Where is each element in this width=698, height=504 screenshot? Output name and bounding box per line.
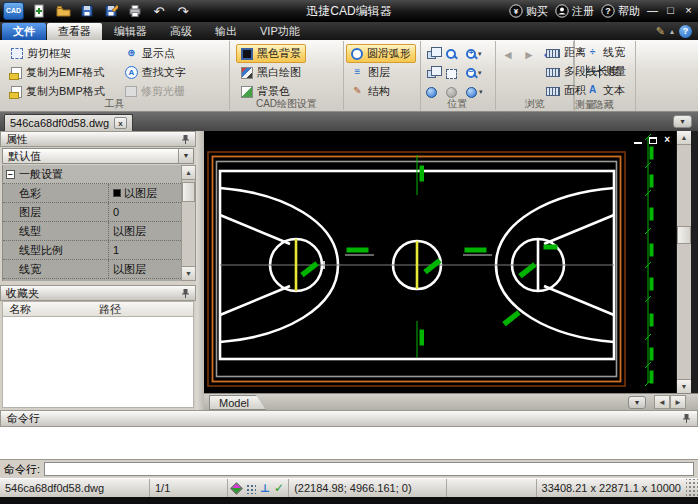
help-button[interactable]: ? 帮助	[599, 4, 642, 19]
mdi-restore-icon[interactable]	[649, 137, 657, 144]
favorites-list[interactable]	[2, 317, 194, 408]
redo-button[interactable]: ↷	[172, 2, 194, 20]
register-button[interactable]: 注册	[553, 4, 596, 19]
osnap-toggle-icon[interactable]: ✓	[274, 481, 284, 495]
menu-tab-editor[interactable]: 编辑器	[103, 23, 158, 40]
scroll-down-icon[interactable]: ▼	[677, 379, 691, 393]
property-row-layer: 图层 0	[3, 203, 181, 222]
property-grid-scrollbar[interactable]: ▲ ▼	[181, 165, 196, 281]
app-logo-icon[interactable]: CAD	[3, 2, 24, 20]
open-file-button[interactable]	[52, 2, 74, 20]
property-value-layer[interactable]: 0	[109, 203, 181, 221]
find-text-button[interactable]: A查找文字	[120, 63, 191, 82]
property-value-linetype[interactable]: 以图层	[109, 222, 181, 240]
maximize-button[interactable]: □	[663, 3, 678, 19]
layers-button[interactable]: ≡图层	[346, 63, 416, 82]
zoom-in-button[interactable]: +▾	[466, 44, 486, 63]
favorites-pin-icon[interactable]	[181, 288, 190, 299]
document-tab-close-icon[interactable]: x	[114, 117, 127, 129]
undo-button[interactable]: ↶	[148, 2, 170, 20]
ribbon-group-position: +▾ −▾ ▾ 位置	[420, 41, 496, 110]
scroll-left-icon[interactable]: ◄	[654, 395, 670, 409]
grid-scroll-thumb[interactable]	[182, 182, 195, 202]
buy-button[interactable]: ¥ 购买	[507, 4, 550, 19]
scroll-right-icon[interactable]: ►	[670, 395, 686, 409]
smooth-arc-button[interactable]: 圆滑弧形	[346, 44, 416, 63]
property-value-color[interactable]: 以图层	[109, 184, 181, 202]
cad-canvas[interactable]	[204, 131, 676, 393]
new-file-icon	[32, 4, 46, 18]
command-input[interactable]	[44, 462, 694, 476]
menu-tab-file[interactable]: 文件	[2, 23, 46, 40]
menu-tab-viewer[interactable]: 查看器	[47, 23, 102, 40]
status-dimensions: 33408.21 x 22871.1 x 10000	[537, 479, 686, 497]
panel-splitter[interactable]	[196, 131, 204, 410]
find-text-icon: A	[125, 66, 138, 79]
ribbon-help-icon[interactable]: ?	[679, 25, 692, 38]
copy-view-button[interactable]	[426, 63, 446, 82]
mdi-window-controls: ×	[634, 135, 670, 145]
pin-icon[interactable]	[181, 134, 190, 145]
preset-dropdown-arrow-icon: ▼	[178, 149, 193, 163]
area-button[interactable]: 面积	[541, 81, 635, 100]
mdi-minimize-icon[interactable]	[634, 142, 642, 144]
minimize-button[interactable]: —	[645, 3, 660, 19]
document-tab[interactable]: 546ca68df0d58.dwg x	[4, 114, 133, 131]
register-label: 注册	[572, 4, 594, 19]
annotate-pencil-icon[interactable]: ✎	[656, 25, 665, 38]
menu-tab-vip[interactable]: VIP功能	[249, 23, 311, 40]
layout-chevron-button[interactable]: ▾	[628, 396, 646, 409]
copy-emf-button[interactable]: 复制为EMF格式	[6, 63, 110, 82]
status-coordinates: (22184.98; 4966.161; 0)	[289, 479, 447, 497]
smooth-arc-icon	[351, 48, 363, 60]
close-button[interactable]: ×	[681, 3, 696, 19]
cascade-windows-button[interactable]	[426, 44, 446, 63]
area-icon	[546, 87, 560, 96]
color-swatch	[113, 189, 121, 197]
status-page: 1/1	[150, 479, 228, 497]
menu-tab-advanced[interactable]: 高级	[159, 23, 203, 40]
zoom-window-button[interactable]	[446, 44, 466, 63]
collapse-group-icon[interactable]: −	[6, 170, 15, 179]
property-group-header[interactable]: − 一般设置	[3, 165, 181, 184]
print-button[interactable]	[124, 2, 146, 20]
favorites-col-name[interactable]: 名称	[3, 302, 99, 317]
favorites-column-headers: 名称 路径	[2, 301, 194, 317]
grid-toggle-icon[interactable]	[245, 483, 256, 494]
command-history	[0, 427, 698, 460]
layers-icon: ≡	[351, 66, 364, 79]
zoom-out-button[interactable]: −▾	[466, 63, 486, 82]
copy-bmp-icon	[11, 86, 22, 98]
property-row-ltscale: 线型比例 1	[3, 241, 181, 260]
favorites-col-path[interactable]: 路径	[99, 302, 121, 317]
structure-button[interactable]: ✎结构	[346, 82, 416, 101]
cut-frame-button[interactable]: 剪切框架	[6, 44, 110, 63]
command-prompt-label: 命令行:	[4, 462, 40, 477]
save-button[interactable]	[76, 2, 98, 20]
grid-scroll-up-icon[interactable]: ▲	[182, 166, 195, 180]
preset-dropdown[interactable]: 默认值 ▼	[2, 148, 194, 164]
save-as-button[interactable]	[100, 2, 122, 20]
new-file-button[interactable]	[28, 2, 50, 20]
resize-grip[interactable]	[686, 479, 698, 497]
menu-tab-output[interactable]: 输出	[204, 23, 248, 40]
show-points-button[interactable]: ⊕显示点	[120, 44, 191, 63]
snap-toggle-icon[interactable]	[230, 482, 243, 495]
ortho-toggle-icon[interactable]: ⊥	[260, 482, 270, 495]
vertical-scrollbar[interactable]: ▲ ▼	[676, 131, 691, 393]
distance-button[interactable]: 距离	[541, 43, 635, 62]
collapse-ribbon-icon[interactable]: ▴	[670, 27, 674, 36]
grid-scroll-down-icon[interactable]: ▼	[182, 266, 195, 280]
property-value-lineweight[interactable]: 以图层	[109, 260, 181, 278]
bw-drawing-icon	[241, 67, 253, 79]
polyline-length-button[interactable]: 多段线长度	[541, 62, 635, 81]
vertical-scroll-thumb[interactable]	[677, 226, 691, 244]
mdi-close-icon[interactable]: ×	[664, 135, 670, 145]
model-tab[interactable]: Model	[209, 395, 266, 410]
scroll-up-icon[interactable]: ▲	[677, 131, 691, 145]
command-pin-icon[interactable]	[682, 413, 691, 424]
property-value-ltscale[interactable]: 1	[109, 241, 181, 259]
tab-list-chevron-button[interactable]: ▾	[673, 115, 692, 128]
cad-settings-col2: 圆滑弧形 ≡图层 ✎结构	[268, 44, 338, 101]
zoom-extents-button[interactable]	[446, 63, 466, 82]
